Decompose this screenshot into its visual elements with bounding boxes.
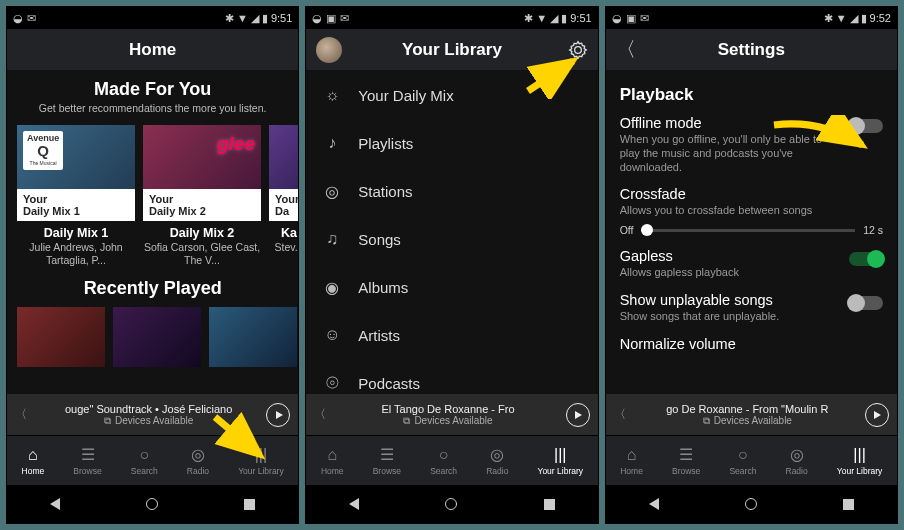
section-playback: Playback bbox=[620, 85, 883, 105]
chevron-up-icon[interactable]: 〈 bbox=[314, 406, 326, 423]
daily-mix-card[interactable]: Your Da Ka Stev... bbox=[269, 125, 298, 266]
outlook-icon: ✉ bbox=[27, 12, 36, 25]
recently-played-card[interactable] bbox=[113, 307, 201, 367]
now-playing-bar[interactable]: 〈 ouge" Soundtrack • José Feliciano ⧉Dev… bbox=[7, 393, 298, 435]
now-playing-bar[interactable]: 〈 El Tango De Roxanne - Fro ⧉Devices Ava… bbox=[306, 393, 597, 435]
library-row-label: Stations bbox=[358, 183, 412, 200]
radio-icon: ◎ bbox=[790, 446, 804, 464]
library-row-daily-mix[interactable]: ☼Your Daily Mix bbox=[306, 71, 597, 119]
statusbar: ◒ ✉ ✱ ▼ ◢ ▮ 9:51 bbox=[7, 7, 298, 29]
tab-browse[interactable]: ☰Browse bbox=[73, 446, 101, 476]
home-button[interactable] bbox=[445, 498, 457, 510]
unplayable-toggle[interactable] bbox=[849, 296, 883, 310]
tab-library[interactable]: |||Your Library bbox=[837, 446, 883, 476]
cover-label: Your Daily Mix 2 bbox=[143, 189, 261, 221]
recents-button[interactable] bbox=[544, 499, 555, 510]
slider-min: Off bbox=[620, 224, 634, 236]
tab-browse[interactable]: ☰Browse bbox=[672, 446, 700, 476]
library-row-playlists[interactable]: ♪Playlists bbox=[306, 119, 597, 167]
gapless-toggle[interactable] bbox=[849, 252, 883, 266]
play-button[interactable] bbox=[566, 403, 590, 427]
songs-icon: ♫ bbox=[322, 230, 342, 248]
offline-toggle[interactable] bbox=[849, 119, 883, 133]
avatar[interactable] bbox=[316, 37, 342, 63]
bottom-tabs: ⌂Home ☰Browse ○Search ◎Radio |||Your Lib… bbox=[7, 435, 298, 485]
library-row-podcasts[interactable]: ⦾Podcasts bbox=[306, 359, 597, 393]
back-button[interactable]: 〈 bbox=[616, 36, 636, 63]
recently-played-card[interactable] bbox=[209, 307, 297, 367]
home-icon: ⌂ bbox=[28, 446, 38, 464]
tab-home[interactable]: ⌂Home bbox=[321, 446, 344, 476]
tab-search[interactable]: ○Search bbox=[131, 446, 158, 476]
tab-library[interactable]: |||Your Library bbox=[238, 446, 284, 476]
back-button[interactable] bbox=[50, 498, 60, 510]
library-row-albums[interactable]: ◉Albums bbox=[306, 263, 597, 311]
tab-home[interactable]: ⌂Home bbox=[620, 446, 643, 476]
tab-home[interactable]: ⌂Home bbox=[22, 446, 45, 476]
now-playing-track: ouge" Soundtrack • José Feliciano bbox=[65, 403, 232, 415]
tab-radio[interactable]: ◎Radio bbox=[486, 446, 508, 476]
crossfade-desc: Allows you to crossfade between songs bbox=[620, 204, 883, 218]
android-navbar bbox=[306, 485, 597, 523]
playlists-icon: ♪ bbox=[322, 134, 342, 152]
bottom-tabs: ⌂Home ☰Browse ○Search ◎Radio |||Your Lib… bbox=[306, 435, 597, 485]
wifi-icon: ▼ bbox=[536, 12, 547, 24]
library-row-stations[interactable]: ◎Stations bbox=[306, 167, 597, 215]
tab-browse[interactable]: ☰Browse bbox=[373, 446, 401, 476]
statusbar: ◒ ▣ ✉ ✱ ▼ ◢ ▮ 9:51 bbox=[306, 7, 597, 29]
clock: 9:52 bbox=[870, 12, 891, 24]
tab-radio[interactable]: ◎Radio bbox=[786, 446, 808, 476]
library-row-artists[interactable]: ☺Artists bbox=[306, 311, 597, 359]
settings-content[interactable]: Playback Offline mode When you go offlin… bbox=[606, 71, 897, 393]
clock: 9:51 bbox=[570, 12, 591, 24]
back-button[interactable] bbox=[349, 498, 359, 510]
library-content[interactable]: ☼Your Daily Mix♪Playlists◎Stations♫Songs… bbox=[306, 71, 597, 393]
daily-mix-icon: ☼ bbox=[322, 86, 342, 104]
card-title: Daily Mix 2 bbox=[143, 226, 261, 240]
devices-available[interactable]: ⧉Devices Available bbox=[403, 415, 492, 426]
home-icon: ⌂ bbox=[627, 446, 637, 464]
play-button[interactable] bbox=[266, 403, 290, 427]
setting-offline-mode: Offline mode When you go offline, you'll… bbox=[620, 115, 883, 174]
appbar: Your Library bbox=[306, 29, 597, 71]
chevron-up-icon[interactable]: 〈 bbox=[15, 406, 27, 423]
browse-icon: ☰ bbox=[380, 446, 394, 464]
chevron-up-icon[interactable]: 〈 bbox=[614, 406, 626, 423]
library-row-label: Your Daily Mix bbox=[358, 87, 453, 104]
bottom-tabs: ⌂Home ☰Browse ○Search ◎Radio |||Your Lib… bbox=[606, 435, 897, 485]
devices-available[interactable]: ⧉Devices Available bbox=[703, 415, 792, 426]
devices-icon: ⧉ bbox=[104, 415, 111, 426]
home-button[interactable] bbox=[745, 498, 757, 510]
daily-mix-row[interactable]: AvenueQThe Musical Your Daily Mix 1 Dail… bbox=[7, 115, 298, 266]
settings-button[interactable] bbox=[568, 40, 588, 60]
search-icon: ○ bbox=[439, 446, 449, 464]
now-playing-bar[interactable]: 〈 go De Roxanne - From "Moulin R ⧉Device… bbox=[606, 393, 897, 435]
recently-played-row[interactable] bbox=[7, 301, 298, 367]
crossfade-slider[interactable]: Off 12 s bbox=[620, 224, 883, 236]
clock: 9:51 bbox=[271, 12, 292, 24]
devices-icon: ⧉ bbox=[703, 415, 710, 426]
back-button[interactable] bbox=[649, 498, 659, 510]
artists-icon: ☺ bbox=[322, 326, 342, 344]
home-button[interactable] bbox=[146, 498, 158, 510]
tab-search[interactable]: ○Search bbox=[430, 446, 457, 476]
devices-available[interactable]: ⧉Devices Available bbox=[104, 415, 193, 426]
daily-mix-card[interactable]: glee Your Daily Mix 2 Daily Mix 2 Sofia … bbox=[143, 125, 261, 266]
bluetooth-icon: ✱ bbox=[824, 12, 833, 25]
glee-logo: glee bbox=[217, 133, 255, 155]
tab-search[interactable]: ○Search bbox=[729, 446, 756, 476]
recently-played-card[interactable] bbox=[17, 307, 105, 367]
gear-icon bbox=[568, 40, 588, 60]
tab-radio[interactable]: ◎Radio bbox=[187, 446, 209, 476]
library-row-songs[interactable]: ♫Songs bbox=[306, 215, 597, 263]
recents-button[interactable] bbox=[843, 499, 854, 510]
daily-mix-card[interactable]: AvenueQThe Musical Your Daily Mix 1 Dail… bbox=[17, 125, 135, 266]
home-content[interactable]: Made For You Get better recommendations … bbox=[7, 71, 298, 393]
now-playing-track: go De Roxanne - From "Moulin R bbox=[666, 403, 828, 415]
library-icon: ||| bbox=[853, 446, 865, 464]
signal-icon: ◢ bbox=[850, 12, 858, 25]
tab-library[interactable]: |||Your Library bbox=[538, 446, 584, 476]
browse-icon: ☰ bbox=[679, 446, 693, 464]
play-button[interactable] bbox=[865, 403, 889, 427]
recents-button[interactable] bbox=[244, 499, 255, 510]
